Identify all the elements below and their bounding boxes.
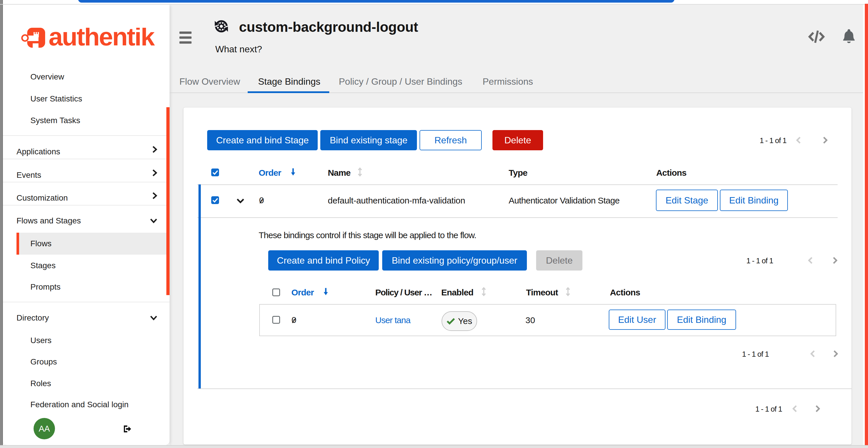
svg-text:authentik: authentik xyxy=(49,28,155,51)
